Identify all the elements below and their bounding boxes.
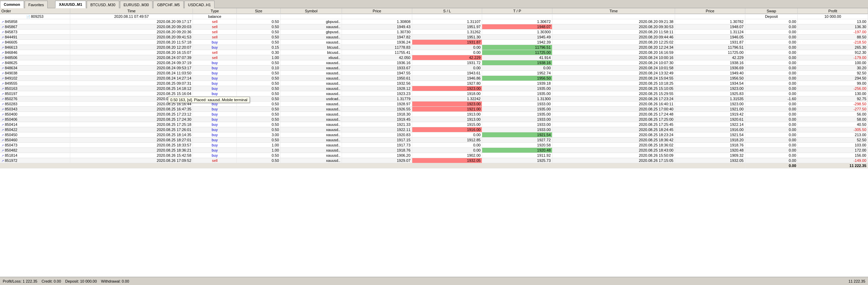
cell-size: 0.50 [237, 127, 281, 132]
tab-gbpchf-m5[interactable]: GBPCHF..M5 [153, 1, 183, 8]
cell-order: ↗850163 [0, 86, 70, 91]
cell-profit: 92.75 [798, 96, 868, 102]
cell-symbol: xauusd.. [281, 91, 342, 96]
cell-close-price: 1921.00 [675, 107, 745, 112]
balance-deposit-label: Deposit [745, 14, 797, 19]
cell-profit: -149.00 [798, 158, 868, 163]
cell-price: 1933.67 [342, 66, 412, 71]
cell-order: ↗850197 [0, 91, 70, 96]
cell-close-time: 2020.08.26 16:40:11 [552, 102, 675, 107]
main-table-area: Order Time Type Size Symbol Price S / L … [0, 8, 868, 277]
table-row: ↗845867 2020.08.20 09:20:03 sell 0.50 xa… [0, 24, 868, 29]
cell-symbol: xauusd.. [281, 112, 342, 117]
cell-close-price: 1923.00 [675, 86, 745, 91]
cell-close-price: 1916.00 [675, 127, 745, 132]
cell-open-time: 2020.08.20 09:20:03 [70, 24, 193, 29]
cell-open-time: 2020.08.25 09:07:31 [70, 81, 193, 86]
cell-type: buy [193, 117, 237, 122]
cell-close-time: 2020.08.20 09:30:53 [552, 24, 675, 29]
cell-close-price: 1931.87 [675, 40, 745, 45]
trades-table: Order Time Type Size Symbol Price S / L … [0, 8, 868, 168]
cell-tp: 1927.72 [482, 138, 552, 143]
cell-symbol: gbpusd.. [281, 29, 342, 35]
table-row: ↗850473 2020.08.25 18:33:57 buy 1.00 xau… [0, 143, 868, 148]
cell-open-time: 2020.08.26 17:09:52 [70, 158, 193, 163]
cell-sl: 1931.87 [412, 40, 482, 45]
cell-close-price: 1.30782 [675, 19, 745, 24]
cell-symbol: xauusd.. [281, 132, 342, 138]
cell-close-time: 2020.08.20 12:24:34 [552, 45, 675, 50]
cell-close-price: 1932.05 [675, 158, 745, 163]
cell-swap: 0.00 [745, 102, 797, 107]
cell-size: 1.00 [237, 55, 281, 60]
table-row: ↗848625 2020.08.24 09:37:19 buy 0.50 xau… [0, 60, 868, 66]
tab-usdcad-h1[interactable]: USDCAD..H1 [184, 1, 215, 8]
cell-swap: 0.00 [745, 127, 797, 132]
order-icon: ↗ [1, 56, 4, 60]
cell-sl: 1902.00 [412, 153, 482, 158]
cell-order: ↗851814 [0, 153, 70, 158]
tab-xauusd-m1[interactable]: XAUUSD..M1 [55, 1, 86, 8]
cell-close-time: 2020.08.26 17:23:24 [552, 96, 675, 102]
cell-tp: 1939.18 [482, 81, 552, 86]
cell-size: 0.50 [237, 60, 281, 66]
cell-type: buy [193, 45, 237, 50]
table-row: ↗850400 2020.08.25 17:23:12 buy 0.50 xau… [0, 112, 868, 117]
cell-type: buy [193, 143, 237, 148]
cell-open-time: 2020.08.25 18:14:35 [70, 132, 193, 138]
cell-profit: 30.20 [798, 66, 868, 71]
cell-close-time: 2020.08.25 18:36:02 [552, 143, 675, 148]
cell-close-time: 2020.08.20 11:58:11 [552, 29, 675, 35]
cell-open-time: 2020.08.24 14:27:14 [70, 76, 193, 81]
order-icon: ↗ [1, 82, 4, 85]
tab-btcusd-m30[interactable]: BTCUSD..M30 [87, 1, 119, 8]
cell-close-price: 1920.48 [675, 148, 745, 153]
cell-size: 0.50 [237, 112, 281, 117]
cell-swap: -1.60 [745, 96, 797, 102]
cell-price: 42.050 [342, 55, 412, 60]
col-swap: Swap [745, 8, 797, 14]
cell-open-time: 2020.08.24 11:03:50 [70, 71, 193, 76]
cell-price: 1947.55 [342, 71, 412, 76]
cell-order: ↗851972 [0, 158, 70, 163]
table-row: ↗848506 2020.08.24 07:07:39 sell 1.00 xt… [0, 55, 868, 60]
cell-size: 0.50 [237, 122, 281, 127]
cell-open-time: 2020.08.20 09:17:17 [70, 19, 193, 24]
cell-price: 1917.15 [342, 138, 412, 143]
cell-price: 1920.83 [342, 132, 412, 138]
cell-close-price: 1920.61 [675, 117, 745, 122]
tab-common[interactable]: Common [0, 1, 24, 8]
cell-size: 0.50 [237, 81, 281, 86]
table-row: ↗850460 2020.08.25 18:27:01 buy 0.50 xau… [0, 138, 868, 143]
cell-symbol: xauusd.. [281, 24, 342, 29]
tab-eurusd-m30[interactable]: EURUSD..M30 [120, 1, 153, 8]
cell-tp: 11796.51 [482, 45, 552, 50]
cell-profit: -298.50 [798, 102, 868, 107]
col-price: Price [342, 8, 412, 14]
cell-size: 1.00 [237, 148, 281, 153]
table-row: ↗851972 2020.08.26 17:09:52 sell 0.50 xa… [0, 158, 868, 163]
order-icon: ↗ [1, 118, 4, 121]
cell-open-time: 2020.08.25 17:26:01 [70, 127, 193, 132]
balance-size [237, 14, 281, 19]
cell-swap: 0.00 [745, 60, 797, 66]
cell-size: 0.50 [237, 158, 281, 163]
cell-close-time: 2020.08.24 10:01:58 [552, 66, 675, 71]
cell-price: 1947.82 [342, 35, 412, 40]
cell-size: 0.50 [237, 76, 281, 81]
cell-open-time: 2020.08.25 18:36:21 [70, 148, 193, 153]
cell-type: buy [193, 127, 237, 132]
cell-close-price: 1921.54 [675, 132, 745, 138]
cell-close-time: 2020.08.25 17:24:48 [552, 112, 675, 117]
table-row: ↗849038 2020.08.24 11:03:50 buy 0.50 xau… [0, 71, 868, 76]
cell-open-time: 2020.08.25 15:16:04 [70, 91, 193, 96]
balance-icon: 📄 [26, 15, 30, 19]
table-row: ↗850414 2020.08.25 17:25:18 buy 0.50 xau… [0, 122, 868, 127]
table-row: ↗850422 2020.08.25 17:26:01 buy 0.50 xau… [0, 127, 868, 132]
tab-favorites[interactable]: Favorites [25, 1, 48, 8]
cell-close-price: 1949.40 [675, 71, 745, 76]
cell-symbol: btcusd.. [281, 45, 342, 50]
cell-size: 0.50 [237, 153, 281, 158]
cell-type: buy [193, 66, 237, 71]
table-row: ↗846846 2020.08.20 16:15:07 sell 0.30 bt… [0, 50, 868, 55]
